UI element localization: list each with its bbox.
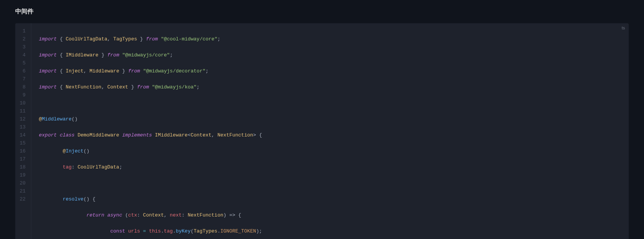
code-line bbox=[39, 99, 629, 107]
line-number: 14 bbox=[15, 131, 31, 139]
code-line: @Middleware() bbox=[39, 115, 629, 123]
line-number: 10 bbox=[15, 99, 31, 107]
code-table: 1 2 3 4 5 6 7 8 9 10 11 12 13 14 15 16 1… bbox=[15, 23, 629, 239]
line-number: 15 bbox=[15, 139, 31, 147]
code-line: import { CoolUrlTagData, TagTypes } from… bbox=[39, 35, 629, 43]
line-number: 5 bbox=[15, 59, 31, 67]
code-line: resolve() { bbox=[39, 195, 629, 203]
code-line: import { IMiddleware } from "@midwayjs/c… bbox=[39, 51, 629, 59]
code-line: import { Inject, Middleware } from "@mid… bbox=[39, 67, 629, 75]
line-number: 4 bbox=[15, 51, 31, 59]
code-line: export class DemoMiddleware implements I… bbox=[39, 131, 629, 139]
line-number: 17 bbox=[15, 155, 31, 163]
line-number: 2 bbox=[15, 35, 31, 43]
section-heading: 中间件 bbox=[15, 8, 629, 16]
line-number: 20 bbox=[15, 179, 31, 187]
code-line: import { NextFunction, Context } from "@… bbox=[39, 83, 629, 91]
line-number: 6 bbox=[15, 67, 31, 75]
code-line bbox=[39, 179, 629, 187]
line-number: 13 bbox=[15, 123, 31, 131]
line-number: 19 bbox=[15, 171, 31, 179]
code-content[interactable]: import { CoolUrlTagData, TagTypes } from… bbox=[31, 23, 629, 239]
line-number: 8 bbox=[15, 83, 31, 91]
line-number: 16 bbox=[15, 147, 31, 155]
code-line: return async (ctx: Context, next: NextFu… bbox=[39, 211, 629, 219]
code-line: const urls = this.tag.byKey(TagTypes.IGN… bbox=[39, 227, 629, 235]
line-number: 3 bbox=[15, 43, 31, 51]
line-number: 18 bbox=[15, 163, 31, 171]
code-line: @Inject() bbox=[39, 147, 629, 155]
line-number: 7 bbox=[15, 75, 31, 83]
code-block: ts 1 2 3 4 5 6 7 8 9 10 11 12 13 14 15 1… bbox=[15, 23, 629, 239]
line-number: 11 bbox=[15, 107, 31, 115]
language-badge: ts bbox=[622, 26, 625, 30]
line-number: 22 bbox=[15, 195, 31, 203]
line-number: 12 bbox=[15, 115, 31, 123]
code-line: tag: CoolUrlTagData; bbox=[39, 163, 629, 171]
line-number-gutter: 1 2 3 4 5 6 7 8 9 10 11 12 13 14 15 16 1… bbox=[15, 23, 31, 239]
line-number: 1 bbox=[15, 27, 31, 35]
line-number: 21 bbox=[15, 187, 31, 195]
line-number: 9 bbox=[15, 91, 31, 99]
